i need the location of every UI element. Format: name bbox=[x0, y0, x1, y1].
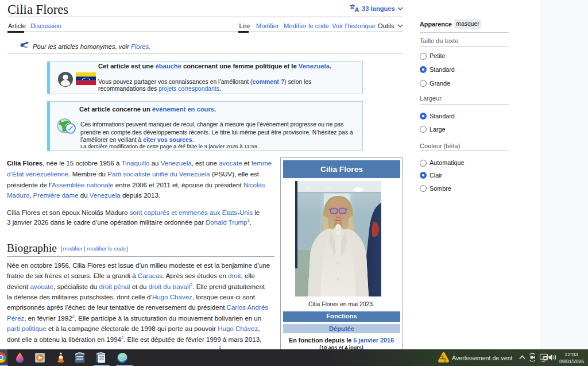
svg-text:A: A bbox=[355, 6, 359, 13]
